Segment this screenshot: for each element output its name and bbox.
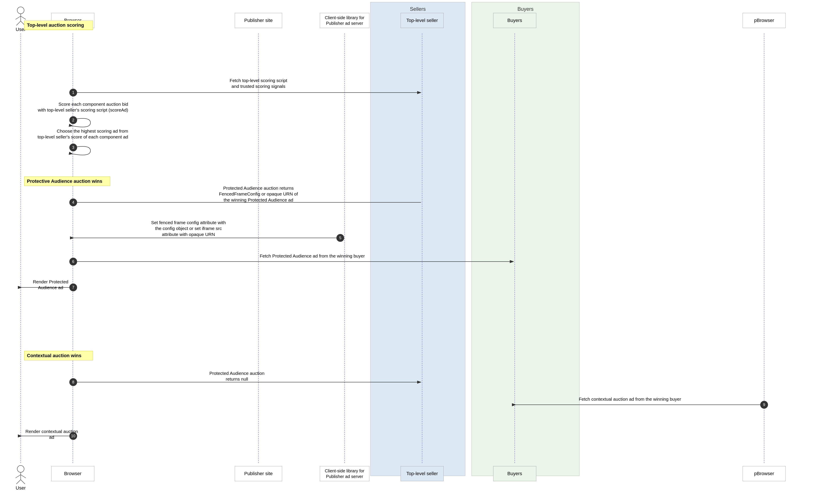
- step-10: 10: [69, 432, 77, 440]
- buyers-box-top: Buyers: [493, 13, 536, 28]
- note-contextual-auction-text: Contextual auction wins: [27, 353, 82, 358]
- step-8: 8: [69, 378, 77, 386]
- arrows-svg: Sellers Buyers: [0, 0, 827, 504]
- svg-rect-3: [472, 2, 579, 476]
- arrow-label-set-fenced: Set fenced frame config attribute withth…: [76, 219, 301, 237]
- step-6: 6: [69, 258, 77, 265]
- client-lib-label-bottom: Client-side library forPublisher ad serv…: [325, 468, 364, 479]
- top-level-seller-box-top: Top-level seller: [401, 13, 444, 28]
- svg-line-29: [15, 475, 21, 478]
- buyers-label-top: Buyers: [507, 17, 522, 24]
- step-5: 5: [336, 234, 344, 242]
- svg-line-30: [21, 475, 26, 478]
- publisher-site-box-bottom: Publisher site: [235, 466, 282, 481]
- arrow-label-pa-null: Protected Audience auctionreturns null: [129, 370, 345, 382]
- client-lib-box-bottom: Client-side library forPublisher ad serv…: [320, 466, 369, 481]
- top-level-seller-label-bottom: Top-level seller: [406, 471, 438, 477]
- top-level-seller-box-bottom: Top-level seller: [401, 466, 444, 481]
- note-top-level-auction-text: Top-level auction scoring: [27, 22, 84, 28]
- svg-point-21: [17, 7, 24, 14]
- step-3: 3: [69, 144, 77, 151]
- svg-line-25: [16, 21, 21, 26]
- top-level-seller-label-top: Top-level seller: [406, 17, 438, 24]
- publisher-site-box-top: Publisher site: [235, 13, 282, 28]
- svg-text:Sellers: Sellers: [410, 6, 426, 12]
- pbrowser-box-bottom: pBrowser: [742, 466, 786, 481]
- arrow-label-score-component: Score each component auction bidwith top…: [29, 101, 128, 113]
- browser-label-bottom: Browser: [64, 471, 82, 477]
- pbrowser-label-bottom: pBrowser: [754, 471, 774, 477]
- svg-point-27: [17, 465, 24, 472]
- arrow-label-choose-highest: Choose the highest scoring ad fromtop-le…: [29, 128, 128, 140]
- pbrowser-box-top: pBrowser: [742, 13, 786, 28]
- svg-line-31: [16, 480, 21, 484]
- buyers-label-bottom: Buyers: [507, 471, 522, 477]
- browser-box-bottom: Browser: [51, 466, 94, 481]
- step-9: 9: [760, 401, 768, 409]
- arrow-label-fetch-contextual: Fetch contextual auction ad from the win…: [517, 396, 743, 402]
- client-lib-label-top: Client-side library forPublisher ad serv…: [325, 15, 364, 26]
- pbrowser-label-top: pBrowser: [754, 17, 774, 24]
- svg-line-23: [15, 16, 21, 19]
- client-lib-box-top: Client-side library forPublisher ad serv…: [320, 13, 369, 28]
- step-7: 7: [69, 284, 77, 291]
- arrow-label-fenced-frame: Protected Audience auction returnsFenced…: [151, 185, 366, 203]
- svg-rect-2: [371, 2, 465, 476]
- note-protective-audience-text: Protective Audience auction wins: [27, 179, 102, 184]
- arrow-label-fetch-scoring: Fetch top-level scoring scriptand truste…: [194, 78, 323, 89]
- publisher-site-label-top: Publisher site: [244, 17, 273, 24]
- step-1: 1: [69, 89, 77, 96]
- svg-line-32: [21, 480, 25, 484]
- step-4: 4: [69, 199, 77, 206]
- step-2: 2: [69, 116, 77, 124]
- note-top-level-auction: Top-level auction scoring: [24, 20, 93, 30]
- buyers-box-bottom: Buyers: [493, 466, 536, 481]
- note-protective-audience: Protective Audience auction wins: [24, 177, 110, 186]
- user-figure-bottom: User: [13, 465, 29, 491]
- diagram-container: Sellers Buyers: [0, 0, 827, 504]
- arrow-label-fetch-pa-ad: Fetch Protected Audience ad from the win…: [151, 253, 474, 259]
- publisher-site-label-bottom: Publisher site: [244, 471, 273, 477]
- svg-line-24: [21, 16, 26, 19]
- user-label-bottom: User: [13, 485, 29, 491]
- svg-text:Buyers: Buyers: [518, 6, 534, 12]
- note-contextual-auction: Contextual auction wins: [24, 351, 93, 360]
